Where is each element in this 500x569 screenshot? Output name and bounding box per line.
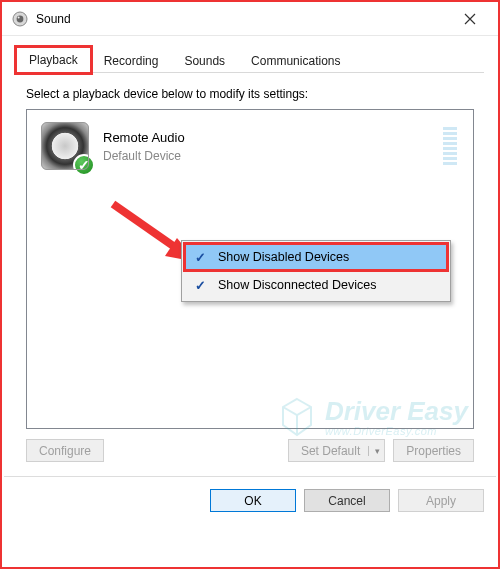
close-button[interactable]: [448, 4, 492, 34]
check-icon: ✓: [190, 250, 210, 265]
instruction-text: Select a playback device below to modify…: [2, 73, 498, 109]
tab-strip: Playback Recording Sounds Communications: [2, 36, 498, 72]
cancel-button[interactable]: Cancel: [304, 489, 390, 512]
device-text: Remote Audio Default Device: [103, 130, 443, 163]
apply-button[interactable]: Apply: [398, 489, 484, 512]
menu-show-disabled[interactable]: ✓ Show Disabled Devices: [184, 243, 448, 271]
tab-communications[interactable]: Communications: [238, 48, 353, 73]
tab-label: Recording: [104, 54, 159, 68]
level-meter: [443, 127, 459, 165]
button-label: Cancel: [328, 494, 365, 508]
device-item[interactable]: ✓ Remote Audio Default Device: [27, 110, 473, 182]
window-title: Sound: [36, 12, 448, 26]
menu-label: Show Disconnected Devices: [210, 278, 440, 292]
tab-playback[interactable]: Playback: [16, 47, 91, 73]
device-list[interactable]: ✓ Remote Audio Default Device ✓ Show Dis…: [26, 109, 474, 429]
device-name: Remote Audio: [103, 130, 443, 145]
title-bar: Sound: [2, 2, 498, 36]
svg-point-1: [17, 15, 24, 22]
configure-button[interactable]: Configure: [26, 439, 104, 462]
button-label: Configure: [39, 444, 91, 458]
device-status: Default Device: [103, 149, 443, 163]
dialog-button-row-bottom: OK Cancel Apply: [2, 477, 498, 524]
menu-show-disconnected[interactable]: ✓ Show Disconnected Devices: [184, 271, 448, 299]
dialog-button-row-top: Configure Set Default ▾ Properties: [2, 429, 498, 476]
context-menu: ✓ Show Disabled Devices ✓ Show Disconnec…: [181, 240, 451, 302]
menu-label: Show Disabled Devices: [210, 250, 440, 264]
set-default-button[interactable]: Set Default ▾: [288, 439, 385, 462]
button-label: Properties: [406, 444, 461, 458]
close-icon: [464, 13, 476, 25]
tab-label: Communications: [251, 54, 340, 68]
speaker-icon: ✓: [41, 122, 89, 170]
tab-label: Playback: [29, 53, 78, 67]
button-label: Set Default: [301, 444, 360, 458]
tab-recording[interactable]: Recording: [91, 48, 172, 73]
ok-button[interactable]: OK: [210, 489, 296, 512]
check-icon: ✓: [190, 278, 210, 293]
default-check-icon: ✓: [73, 154, 95, 176]
button-label: OK: [244, 494, 261, 508]
svg-point-2: [18, 16, 20, 18]
button-label: Apply: [426, 494, 456, 508]
chevron-down-icon: ▾: [368, 446, 380, 456]
tab-sounds[interactable]: Sounds: [171, 48, 238, 73]
tab-label: Sounds: [184, 54, 225, 68]
properties-button[interactable]: Properties: [393, 439, 474, 462]
sound-icon: [12, 11, 28, 27]
